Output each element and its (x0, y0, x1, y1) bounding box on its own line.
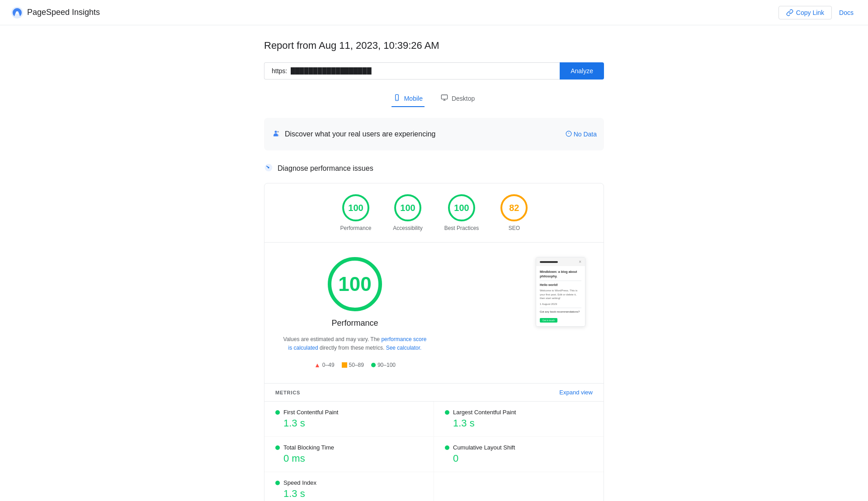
no-data-label: No Data (574, 131, 597, 138)
metrics-grid: First Contentful Paint 1.3 s Largest Con… (264, 401, 604, 501)
url-input[interactable] (264, 62, 560, 80)
mobile-icon (393, 94, 401, 103)
discover-label: Discover what your real users are experi… (285, 130, 435, 138)
score-performance[interactable]: 100 Performance (340, 194, 372, 231)
screenshot-close: × (579, 259, 581, 264)
metric-si: Speed Index 1.3 s (264, 472, 434, 501)
svg-rect-2 (395, 94, 398, 100)
svg-point-1 (16, 11, 19, 14)
metric-fcp-dot (275, 410, 280, 415)
metric-cls: Cumulative Layout Shift 0 (434, 437, 604, 472)
performance-score: 100 (348, 203, 363, 213)
metric-fcp: First Contentful Paint 1.3 s (264, 402, 434, 437)
metric-lcp-value: 1.3 s (453, 417, 593, 429)
expand-view-button[interactable]: Expand view (559, 389, 593, 396)
tab-mobile[interactable]: Mobile (392, 90, 425, 107)
website-screenshot: × Mindblown: a blog about philosophy. He… (536, 257, 585, 327)
metric-cls-name: Cumulative Layout Shift (453, 444, 515, 451)
analyze-button[interactable]: Analyze (560, 62, 604, 80)
accessibility-label: Accessibility (393, 225, 422, 231)
screenshot-hello-world: Hello world! (540, 283, 581, 287)
header-actions: Copy Link Docs (778, 6, 857, 19)
app-title: PageSpeed Insights (27, 8, 100, 17)
metric-lcp-dot (445, 410, 449, 415)
metric-lcp-name: Largest Contentful Paint (453, 409, 516, 416)
discover-header[interactable]: Discover what your real users are experi… (271, 123, 597, 145)
main-content: Report from Aug 11, 2023, 10:39:26 AM An… (253, 25, 615, 501)
metric-tbt-row: Total Blocking Time (275, 444, 423, 451)
see-calculator-link[interactable]: See calculator. (386, 345, 422, 351)
best-practices-score: 100 (454, 203, 469, 213)
metric-cls-value: 0 (453, 453, 593, 464)
screenshot-cta-text: Got any book recommendations? (540, 310, 581, 314)
desktop-icon (441, 94, 448, 103)
tab-desktop-label: Desktop (452, 95, 475, 102)
metric-tbt-dot (275, 445, 280, 450)
url-bar: Analyze (264, 62, 604, 80)
legend-green: 90–100 (371, 362, 396, 368)
diagnose-header[interactable]: Diagnose performance issues (264, 158, 604, 179)
logo-icon (11, 6, 24, 19)
performance-circle[interactable]: 100 (342, 194, 369, 221)
metric-cls-row: Cumulative Layout Shift (445, 444, 593, 451)
accessibility-score: 100 (400, 203, 415, 213)
performance-label: Performance (340, 225, 372, 231)
metric-tbt-name: Total Blocking Time (283, 444, 334, 451)
performance-description: Values are estimated and may vary. The p… (283, 335, 427, 352)
discover-section: Discover what your real users are experi… (264, 118, 604, 150)
metrics-section-label: METRICS (275, 390, 300, 395)
people-icon (271, 129, 280, 140)
screenshot-titlebar: × (536, 258, 585, 266)
metrics-header: METRICS Expand view (264, 383, 604, 401)
docs-link[interactable]: Docs (835, 6, 857, 19)
info-icon (566, 131, 572, 138)
screenshot-divider-2 (540, 308, 581, 308)
scores-row: 100 Performance 100 Accessibility 100 Be… (264, 183, 604, 243)
gauge-icon (264, 163, 273, 174)
tab-desktop[interactable]: Desktop (439, 90, 476, 107)
diagnose-left: Diagnose performance issues (264, 163, 373, 174)
copy-link-button[interactable]: Copy Link (778, 6, 832, 19)
metric-si-row: Speed Index (275, 479, 423, 486)
screenshot-cta-button: Get in touch (540, 318, 557, 323)
performance-big-circle: 100 (328, 257, 382, 311)
score-seo[interactable]: 82 SEO (500, 194, 528, 231)
best-practices-label: Best Practices (444, 225, 479, 231)
svg-point-7 (275, 131, 277, 133)
best-practices-circle[interactable]: 100 (448, 194, 475, 221)
green-circle-icon (371, 363, 376, 367)
screenshot-bar (540, 261, 558, 263)
legend-red: ▲ 0–49 (314, 361, 335, 369)
legend: ▲ 0–49 50–89 90–100 (314, 361, 396, 369)
screenshot-date: 1 August 2023 (540, 302, 581, 306)
metric-tbt-value: 0 ms (283, 453, 423, 464)
orange-square-icon (342, 362, 347, 368)
metric-si-value: 1.3 s (283, 488, 423, 500)
score-best-practices[interactable]: 100 Best Practices (444, 194, 479, 231)
seo-label: SEO (509, 225, 520, 231)
metric-si-name: Speed Index (283, 479, 316, 486)
link-icon (786, 9, 793, 16)
legend-green-label: 90–100 (377, 362, 396, 368)
legend-orange-label: 50–89 (349, 362, 364, 368)
diagnose-section: Diagnose performance issues 100 Performa… (264, 158, 604, 501)
device-tabs: Mobile Desktop (264, 90, 604, 107)
performance-title: Performance (331, 318, 378, 328)
no-data-link[interactable]: No Data (566, 131, 597, 138)
screenshot-site-title: Mindblown: a blog about philosophy. (540, 270, 581, 279)
triangle-icon: ▲ (314, 361, 321, 369)
metric-fcp-name: First Contentful Paint (283, 409, 338, 416)
tab-mobile-label: Mobile (404, 95, 423, 102)
legend-red-label: 0–49 (322, 362, 335, 368)
screenshot-divider-1 (540, 281, 581, 281)
report-title: Report from Aug 11, 2023, 10:39:26 AM (264, 40, 604, 52)
scores-card: 100 Performance 100 Accessibility 100 Be… (264, 183, 604, 501)
perf-desc-text2: directly from these metrics. (320, 345, 386, 351)
perf-desc-text: Values are estimated and may vary. The (283, 336, 380, 342)
metric-cls-dot (445, 445, 449, 450)
seo-circle[interactable]: 82 (500, 194, 528, 221)
score-accessibility[interactable]: 100 Accessibility (393, 194, 422, 231)
legend-orange: 50–89 (342, 362, 364, 368)
screenshot-content: Mindblown: a blog about philosophy. Hell… (536, 266, 585, 326)
accessibility-circle[interactable]: 100 (394, 194, 421, 221)
